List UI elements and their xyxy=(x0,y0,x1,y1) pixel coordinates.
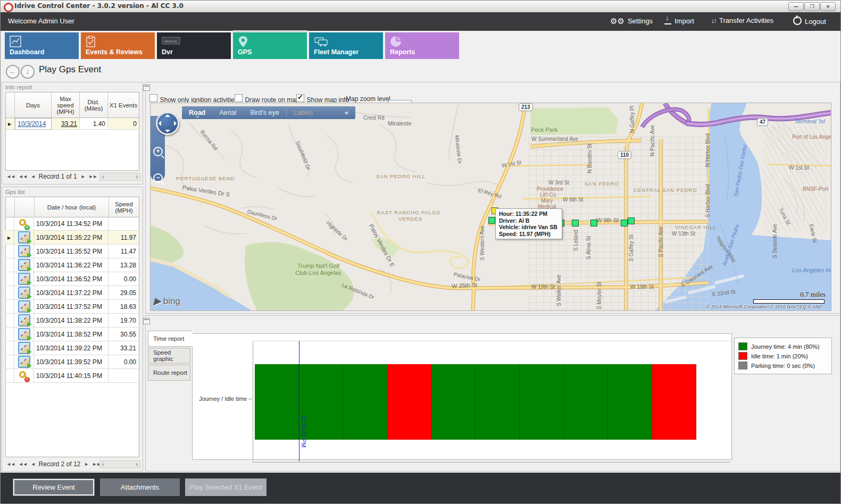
gps-row[interactable]: 10/3/2014 11:35:52 PM 11.47 xyxy=(5,245,139,258)
close-button[interactable]: × xyxy=(820,2,836,11)
col-max-speed[interactable]: Max speed (MPH) xyxy=(52,93,80,118)
datetime-cell: 10/3/2014 11:37:22 PM xyxy=(34,286,109,300)
map-style-aerial[interactable]: Aerial xyxy=(219,109,236,116)
next-page-icon[interactable]: ►► xyxy=(89,174,97,179)
power-icon xyxy=(793,16,802,25)
page-title: Play Gps Event xyxy=(39,64,101,75)
gps-row[interactable]: 10/3/2014 11:36:22 PM 13.28 xyxy=(5,258,139,272)
map-canvas[interactable]: Miraleste Peck Park W Summerland Ave Cre… xyxy=(150,103,831,311)
tab-time-report[interactable]: Time report xyxy=(148,331,193,347)
speed-cell: 0.00 xyxy=(109,272,138,286)
collapse-panel-icon[interactable] xyxy=(143,318,150,324)
ignition-off-key-icon: − xyxy=(19,371,29,381)
tooltip-speed: Speed: 11.97 (MPH) xyxy=(499,231,559,238)
gps-row[interactable]: 10/3/2014 11:37:52 PM 18.63 xyxy=(5,300,139,314)
terminal-island-grid xyxy=(763,125,827,232)
tab-route-report[interactable]: Route report xyxy=(148,365,190,381)
tab-reports[interactable]: Reports xyxy=(385,32,459,59)
map-scale-bar xyxy=(753,299,825,304)
gps-row[interactable]: 10/3/2014 11:39:52 PM 0.00 xyxy=(5,355,139,369)
down-button[interactable]: ↓ xyxy=(21,65,35,79)
gps-point-icon xyxy=(18,300,30,313)
time-cursor-line[interactable] xyxy=(299,341,299,461)
map-label: Port of Los Angel xyxy=(792,134,831,140)
gps-marker[interactable] xyxy=(488,217,495,224)
first-record-icon[interactable]: ◄◄ xyxy=(6,174,15,179)
map-label: N Bandini St xyxy=(587,144,593,173)
speed-cell: 13.28 xyxy=(109,258,138,272)
play-selected-x1-event-button[interactable]: Play Selected X1 Event xyxy=(185,478,267,496)
pan-left-icon[interactable] xyxy=(159,121,161,126)
pan-up-icon[interactable] xyxy=(165,114,170,117)
maximize-button[interactable]: ❒ xyxy=(804,2,820,11)
review-event-button[interactable]: Review Event xyxy=(13,478,95,496)
next-record-icon[interactable]: ► xyxy=(81,174,85,179)
gps-row[interactable]: 10/3/2014 11:36:52 PM 0.00 xyxy=(5,272,139,286)
map-style-road[interactable]: Road xyxy=(189,109,205,116)
map-compass-control[interactable] xyxy=(156,112,179,135)
gps-row[interactable]: 10/3/2014 11:37:22 PM 29.05 xyxy=(5,286,139,300)
tab-dashboard[interactable]: Dashboard xyxy=(5,32,79,59)
tab-events-reviews[interactable]: Events & Reviews xyxy=(81,32,155,59)
gps-row[interactable]: 10/3/2014 11:38:22 PM 19.70 xyxy=(5,314,139,327)
datetime-cell: 10/3/2014 11:34:52 PM xyxy=(34,217,109,231)
checkbox-icon[interactable] xyxy=(235,94,243,102)
speed-cell: 11.47 xyxy=(109,245,138,258)
collapse-style-bar-icon[interactable]: « xyxy=(345,109,348,116)
pan-right-icon[interactable] xyxy=(174,121,177,126)
map-label: W 19th St xyxy=(531,284,555,290)
back-button[interactable]: ← xyxy=(6,65,20,79)
pan-down-icon[interactable] xyxy=(165,130,170,132)
prev-page-icon[interactable]: ◄◄ xyxy=(19,174,27,179)
gps-row[interactable]: 10/3/2014 11:39:22 PM 33.21 xyxy=(5,341,139,355)
import-button[interactable]: Import xyxy=(664,16,694,25)
col-x1-events[interactable]: X1 Events xyxy=(108,93,139,118)
checkbox-icon[interactable] xyxy=(149,94,157,102)
map-style-birdseye[interactable]: Bird's eye xyxy=(250,109,279,116)
horizontal-scrollbar[interactable] xyxy=(99,173,140,181)
gps-marker[interactable] xyxy=(628,217,635,224)
col-datetime[interactable]: Date / hour (local) xyxy=(35,197,109,217)
map-label: N Harbor Blvd xyxy=(705,133,711,167)
gps-list-pager[interactable]: ◄◄◄◄◄ Record 2 of 12 ►►►►► xyxy=(6,460,113,468)
prev-record-icon[interactable]: ◄ xyxy=(31,461,35,467)
map-label: W 3rd St xyxy=(548,180,569,186)
top-bar: Welcome Admin User ⚙⚙Settings Import ↓↑T… xyxy=(1,12,840,31)
gps-point-icon xyxy=(18,356,30,368)
attachments-button[interactable]: Attachments xyxy=(100,478,180,496)
minimize-button[interactable]: — xyxy=(788,2,804,11)
prev-page-icon[interactable]: ◄◄ xyxy=(19,461,27,467)
gps-point-icon xyxy=(18,231,30,243)
settings-button[interactable]: ⚙⚙Settings xyxy=(610,16,653,26)
days-cell[interactable]: 10/3/2014 xyxy=(15,118,52,130)
checkbox-checked-icon[interactable] xyxy=(296,94,304,102)
info-report-pager[interactable]: ◄◄◄◄◄ Record 1 of 1 ►►►►► xyxy=(6,173,109,180)
prev-record-icon[interactable]: ◄ xyxy=(31,174,35,179)
map-label: W 1st St xyxy=(789,165,809,171)
tab-dvr[interactable]: MERGE Dvr xyxy=(157,32,231,59)
gps-marker[interactable] xyxy=(590,220,597,226)
tab-fleet-manager[interactable]: Fleet Manager xyxy=(309,32,383,59)
tab-speed-graphic[interactable]: Speed graphic xyxy=(148,348,190,364)
zoom-out-icon[interactable]: − xyxy=(153,173,163,183)
gps-marker[interactable] xyxy=(572,220,579,226)
route-shield-47: 47 xyxy=(757,118,768,126)
zoom-in-icon[interactable]: + xyxy=(153,147,163,156)
max-speed-cell[interactable]: 33.21 xyxy=(52,118,80,130)
first-record-icon[interactable]: ◄◄ xyxy=(6,461,15,467)
gps-row-selected[interactable]: 10/3/2014 11:35:22 PM 11.97 xyxy=(5,231,139,245)
horizontal-scrollbar[interactable] xyxy=(99,460,140,468)
gps-row[interactable]: − 10/3/2014 11:40:15 PM xyxy=(5,369,139,383)
tab-gps[interactable]: GPS xyxy=(233,32,307,59)
logout-button[interactable]: Logout xyxy=(793,16,826,26)
gps-marker[interactable] xyxy=(621,220,628,226)
col-dist[interactable]: Dist. (Miles) xyxy=(80,93,108,118)
collapse-panel-icon[interactable] xyxy=(143,85,150,91)
col-speed[interactable]: Speed (MPH) xyxy=(109,197,139,217)
transfer-activities-button[interactable]: ↓↑Transfer Activities xyxy=(711,16,773,24)
gps-row[interactable]: + 10/3/2014 11:34:52 PM xyxy=(5,217,139,231)
chart-row-label: Journey / Idle time xyxy=(199,396,247,402)
gps-row[interactable]: 10/3/2014 11:38:52 PM 30.55 xyxy=(5,327,139,341)
next-record-icon[interactable]: ► xyxy=(84,461,88,467)
col-days[interactable]: Days xyxy=(15,93,52,118)
